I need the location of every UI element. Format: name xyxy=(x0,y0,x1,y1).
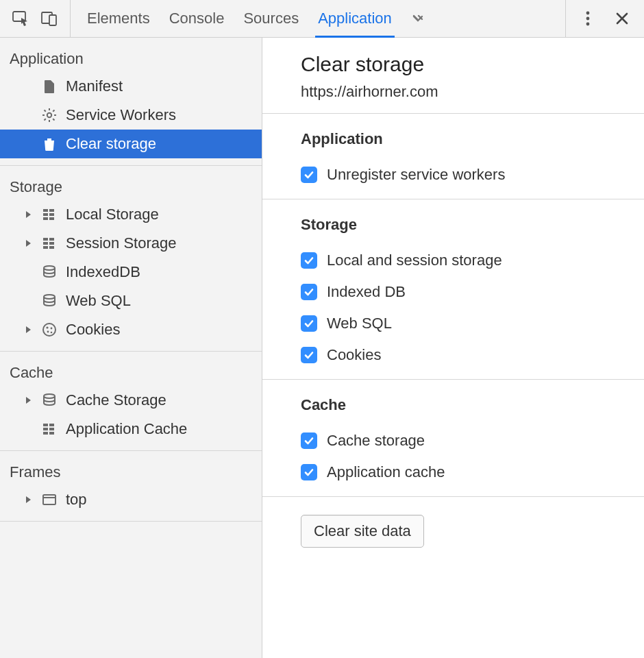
settings-group: CacheCache storageApplication cache xyxy=(262,380,644,497)
sidebar-item-session-storage[interactable]: Session Storage xyxy=(0,229,262,258)
origin-url: https://airhorner.com xyxy=(301,83,644,101)
main-header: Clear storage https://airhorner.com xyxy=(262,38,644,114)
sidebar-item-application-cache[interactable]: Application Cache xyxy=(0,415,262,443)
sidebar-section-title: Frames xyxy=(0,451,262,485)
device-toolbar-icon[interactable] xyxy=(40,9,59,28)
option-label: Web SQL xyxy=(327,315,392,332)
expand-arrow-icon xyxy=(23,496,33,504)
expand-arrow-icon xyxy=(23,239,33,247)
tab-label: Application xyxy=(318,10,392,27)
tab-application[interactable]: Application xyxy=(318,0,392,37)
sidebar-item-label: Web SQL xyxy=(66,291,131,311)
checkbox-icon[interactable] xyxy=(301,347,317,363)
tab-label: Console xyxy=(169,10,225,27)
option-label: Indexed DB xyxy=(327,283,406,301)
expand-arrow-icon xyxy=(23,326,33,334)
sidebar-item-label: Local Storage xyxy=(66,204,159,225)
sidebar-item-cache-storage[interactable]: Cache Storage xyxy=(0,386,262,415)
option-app-cache[interactable]: Application cache xyxy=(301,456,644,488)
option-label: Local and session storage xyxy=(327,252,502,269)
sidebar-item-service-workers[interactable]: Service Workers xyxy=(0,101,262,130)
tab-sources[interactable]: Sources xyxy=(243,0,299,37)
close-icon[interactable] xyxy=(612,9,632,28)
sidebar-item-manifest[interactable]: Manifest xyxy=(0,72,262,101)
checkbox-icon[interactable] xyxy=(301,464,317,480)
sidebar-section-title: Storage xyxy=(0,166,262,200)
action-row: Clear site data xyxy=(262,497,644,565)
sidebar-item-label: Session Storage xyxy=(66,233,176,254)
sidebar-item-label: Cookies xyxy=(66,319,120,340)
toolbar-right xyxy=(565,0,644,37)
gear-icon xyxy=(41,108,58,123)
tab-label: Sources xyxy=(243,10,299,27)
option-cache-storage[interactable]: Cache storage xyxy=(301,425,644,456)
svg-point-3 xyxy=(586,12,590,15)
sidebar-item-label: top xyxy=(66,489,87,510)
grid-icon xyxy=(41,422,58,437)
option-label: Cookies xyxy=(327,346,381,364)
option-unregister-sw[interactable]: Unregister service workers xyxy=(301,159,644,191)
sidebar-item-label: Application Cache xyxy=(66,419,187,439)
tab-label: Elements xyxy=(87,10,150,27)
sidebar-section-title: Cache xyxy=(0,352,262,386)
window-icon xyxy=(41,492,58,507)
expand-arrow-icon xyxy=(23,210,33,219)
sidebar-item-label: Cache Storage xyxy=(66,390,166,411)
inspect-element-icon[interactable] xyxy=(11,9,30,28)
page-title: Clear storage xyxy=(301,53,644,76)
checkbox-icon[interactable] xyxy=(301,284,317,300)
option-websql[interactable]: Web SQL xyxy=(301,308,644,339)
svg-point-5 xyxy=(586,23,590,26)
clear-site-data-button[interactable]: Clear site data xyxy=(301,515,424,548)
sidebar-item-label: IndexedDB xyxy=(66,262,140,282)
option-local-session[interactable]: Local and session storage xyxy=(301,245,644,276)
checkbox-icon[interactable] xyxy=(301,252,317,269)
tab-console[interactable]: Console xyxy=(169,0,225,37)
group-heading: Cache xyxy=(301,396,644,414)
grid-icon xyxy=(41,207,58,222)
option-indexeddb[interactable]: Indexed DB xyxy=(301,276,644,308)
group-heading: Storage xyxy=(301,216,644,234)
sidebar-item-websql[interactable]: Web SQL xyxy=(0,287,262,315)
checkbox-icon[interactable] xyxy=(301,315,317,332)
sidebar-item-indexeddb[interactable]: IndexedDB xyxy=(0,258,262,287)
trash-icon xyxy=(41,136,58,151)
option-label: Unregister service workers xyxy=(327,166,505,184)
cookie-icon xyxy=(41,322,58,337)
settings-group: ApplicationUnregister service workers xyxy=(262,114,644,199)
option-label: Application cache xyxy=(327,463,445,481)
db-icon xyxy=(41,393,58,408)
expand-arrow-icon xyxy=(23,396,33,404)
button-label: Clear site data xyxy=(314,522,411,539)
sidebar-item-label: Clear storage xyxy=(66,134,156,154)
db-icon xyxy=(41,293,58,308)
option-label: Cache storage xyxy=(327,432,425,450)
svg-rect-2 xyxy=(49,15,56,25)
settings-group: StorageLocal and session storageIndexed … xyxy=(262,199,644,380)
checkbox-icon[interactable] xyxy=(301,167,317,183)
devtools-tabs: Elements Console Sources Application xyxy=(71,0,565,37)
sidebar-item-clear-storage[interactable]: Clear storage xyxy=(0,130,262,158)
application-sidebar: ApplicationManifestService WorkersClear … xyxy=(0,38,262,658)
tab-elements[interactable]: Elements xyxy=(87,0,150,37)
devtools-toolbar: Elements Console Sources Application xyxy=(0,0,644,38)
sidebar-item-label: Service Workers xyxy=(66,105,176,125)
checkbox-icon[interactable] xyxy=(301,432,317,449)
sidebar-item-cookies[interactable]: Cookies xyxy=(0,315,262,344)
svg-point-4 xyxy=(586,17,590,21)
sidebar-section-title: Application xyxy=(0,38,262,72)
grid-icon xyxy=(41,236,58,251)
toolbar-left-icons xyxy=(0,0,71,37)
db-icon xyxy=(41,265,58,280)
sidebar-item-local-storage[interactable]: Local Storage xyxy=(0,200,262,229)
kebab-menu-icon[interactable] xyxy=(578,9,597,28)
sidebar-item-label: Manifest xyxy=(66,76,123,97)
main-panel: Clear storage https://airhorner.com Appl… xyxy=(262,38,644,658)
group-heading: Application xyxy=(301,130,644,148)
file-icon xyxy=(41,79,58,94)
tabs-overflow-icon[interactable] xyxy=(411,0,425,37)
option-cookies[interactable]: Cookies xyxy=(301,339,644,371)
sidebar-item-top-frame[interactable]: top xyxy=(0,485,262,514)
